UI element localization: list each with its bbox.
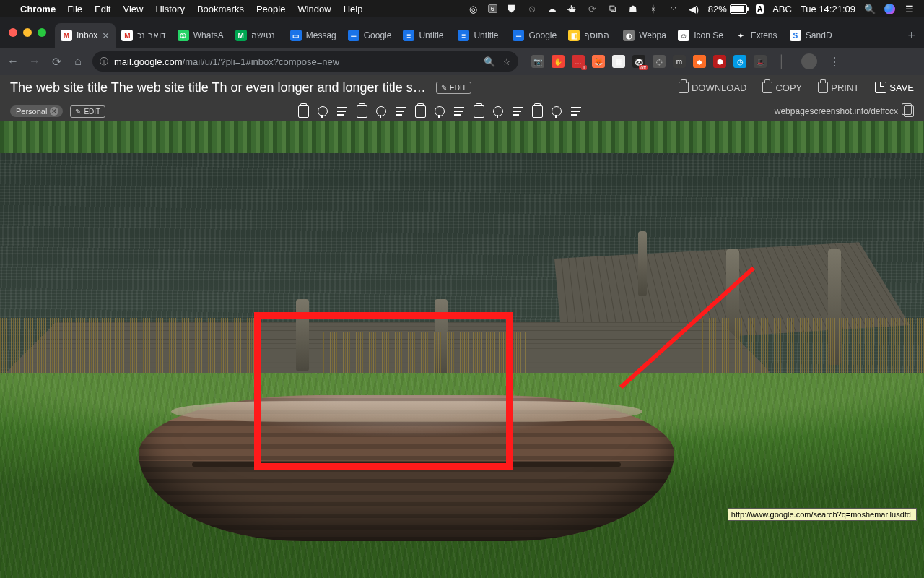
menu-window[interactable]: Window bbox=[297, 4, 331, 14]
copy-button[interactable]: COPY bbox=[762, 82, 802, 93]
annotation-rectangle[interactable] bbox=[254, 312, 513, 470]
chrome-menu-button[interactable]: ⋮ bbox=[829, 55, 840, 69]
address-bar[interactable]: ⓘ mail.google.com/mail/u/1/?pli=1#inbox?… bbox=[92, 51, 518, 72]
tool-pin-button[interactable] bbox=[375, 105, 388, 118]
browser-tab[interactable]: MInbox✕ bbox=[55, 23, 116, 48]
copy-url-button[interactable] bbox=[904, 105, 914, 117]
siri-icon[interactable] bbox=[884, 4, 895, 14]
battery-status[interactable]: 82% bbox=[708, 4, 747, 14]
remove-tag-icon[interactable]: ✕ bbox=[50, 107, 58, 116]
browser-tab[interactable]: ☺Icon Se bbox=[672, 23, 729, 48]
browser-tab[interactable]: ▭Messag bbox=[284, 23, 342, 48]
extension-camera-icon[interactable]: 📷 bbox=[531, 55, 544, 68]
browser-tab[interactable]: ✦Extens bbox=[729, 23, 784, 48]
extension-gitlab-icon[interactable]: ◆ bbox=[693, 55, 706, 68]
tag-chip[interactable]: Personal✕ bbox=[10, 105, 63, 117]
spotlight-icon[interactable]: 🔍 bbox=[864, 3, 876, 14]
browser-tab[interactable]: ═Google bbox=[507, 23, 562, 48]
dropbox-icon[interactable]: ⧉ bbox=[607, 3, 619, 14]
cloud-icon[interactable]: ☁ bbox=[546, 3, 558, 14]
window-minimize-button[interactable] bbox=[23, 28, 32, 37]
screenshot-canvas[interactable]: http://www.google.com/search?q=moshemari… bbox=[0, 121, 924, 578]
window-zoom-button[interactable] bbox=[38, 28, 46, 37]
battery-percent: 82% bbox=[708, 4, 727, 14]
save-icon bbox=[875, 82, 886, 93]
menu-view[interactable]: View bbox=[123, 4, 143, 14]
edit-tags-button[interactable]: ✎ EDIT bbox=[70, 105, 105, 118]
extension-grey2-icon[interactable]: m bbox=[673, 55, 686, 68]
extension-meta-icon[interactable]: ◷ bbox=[733, 55, 746, 68]
status-icon[interactable]: ⦸ bbox=[526, 3, 538, 14]
profile-avatar[interactable] bbox=[801, 53, 817, 69]
shield2-icon[interactable]: ☗ bbox=[627, 3, 639, 14]
download-button[interactable]: DOWNLOAD bbox=[679, 82, 747, 93]
input-source-label[interactable]: ABC bbox=[772, 4, 792, 14]
tool-pin-button[interactable] bbox=[550, 105, 563, 118]
forward-button[interactable]: → bbox=[27, 55, 42, 68]
site-info-icon[interactable]: ⓘ bbox=[100, 56, 108, 68]
browser-tab[interactable]: ≡Untitle bbox=[397, 23, 452, 48]
reload-button[interactable]: ⟳ bbox=[49, 55, 64, 69]
window-close-button[interactable] bbox=[9, 28, 17, 37]
extension-hat-icon[interactable]: 🎩 bbox=[754, 55, 767, 68]
menu-people[interactable]: People bbox=[256, 4, 285, 14]
browser-tab[interactable]: ◐Webpa bbox=[617, 23, 672, 48]
status-badge[interactable]: 6 bbox=[488, 4, 497, 13]
tool-lines-button[interactable] bbox=[394, 105, 407, 118]
extension-grey1-icon[interactable]: ◌ bbox=[653, 55, 666, 68]
tool-lines-button[interactable] bbox=[453, 105, 466, 118]
tool-lines-button[interactable] bbox=[570, 105, 583, 118]
notification-center-icon[interactable]: ☰ bbox=[904, 3, 915, 14]
extension-lastpass-icon[interactable]: …1 bbox=[572, 55, 585, 68]
tool-clip-button[interactable] bbox=[531, 105, 544, 118]
menu-help[interactable]: Help bbox=[344, 4, 363, 14]
save-button[interactable]: SAVE bbox=[875, 82, 914, 93]
docker-icon[interactable]: ⛴ bbox=[567, 3, 578, 14]
extension-ub-icon[interactable]: ⬢ bbox=[713, 55, 726, 68]
extension-fox-icon[interactable]: 🦊 bbox=[592, 55, 605, 68]
menu-history[interactable]: History bbox=[155, 4, 184, 14]
tool-pin-button[interactable] bbox=[433, 105, 446, 118]
tool-clip-button[interactable] bbox=[414, 105, 427, 118]
bluetooth-icon[interactable]: ᚼ bbox=[648, 3, 659, 14]
browser-tab[interactable]: ═Google bbox=[342, 23, 398, 48]
extension-adblock-icon[interactable]: ✋ bbox=[552, 55, 565, 68]
shield-icon[interactable]: ⛊ bbox=[506, 3, 518, 14]
browser-tab[interactable]: ◧התוסף bbox=[562, 23, 617, 48]
extension-qr-icon[interactable]: ▦ bbox=[612, 55, 625, 68]
status-icon[interactable]: ◎ bbox=[468, 3, 479, 14]
browser-tab[interactable]: Mדואר נכ bbox=[116, 23, 171, 48]
browser-tab[interactable]: Mנטישה bbox=[230, 23, 284, 48]
clock[interactable]: Tue 14:21:09 bbox=[801, 4, 855, 14]
bookmark-icon[interactable]: ☆ bbox=[502, 56, 511, 67]
extension-panda-icon[interactable]: 🐼off bbox=[632, 55, 645, 68]
tool-clip-button[interactable] bbox=[355, 105, 368, 118]
browser-tab[interactable]: ①WhatsA bbox=[172, 23, 230, 48]
menu-bookmarks[interactable]: Bookmarks bbox=[197, 4, 244, 14]
zoom-icon[interactable]: 🔍 bbox=[484, 56, 495, 67]
new-tab-button[interactable]: + bbox=[899, 28, 924, 48]
sync-icon[interactable]: ⟳ bbox=[587, 3, 598, 14]
tab-label: Messag bbox=[306, 30, 336, 40]
tool-pin-button[interactable] bbox=[316, 105, 329, 118]
menu-edit[interactable]: Edit bbox=[95, 4, 110, 14]
app-name[interactable]: Chrome bbox=[20, 4, 56, 14]
wifi-icon[interactable]: ⌔ bbox=[668, 3, 679, 14]
tool-clip-button[interactable] bbox=[297, 105, 310, 118]
tool-lines-button[interactable] bbox=[336, 105, 349, 118]
tool-clip-button[interactable] bbox=[472, 105, 485, 118]
edit-title-button[interactable]: ✎ EDIT bbox=[436, 82, 471, 94]
print-button[interactable]: PRINT bbox=[818, 82, 859, 93]
tool-pin-button[interactable] bbox=[492, 105, 505, 118]
battery-icon bbox=[730, 4, 747, 14]
menu-file[interactable]: File bbox=[67, 4, 82, 14]
tool-lines-button[interactable] bbox=[511, 105, 524, 118]
home-button[interactable]: ⌂ bbox=[71, 55, 85, 68]
browser-tab[interactable]: ≡Untitle bbox=[452, 23, 507, 48]
input-source[interactable]: A bbox=[756, 4, 764, 14]
tab-label: התוסף bbox=[584, 30, 611, 40]
browser-tab[interactable]: SSandD bbox=[784, 23, 839, 48]
back-button[interactable]: ← bbox=[6, 55, 20, 68]
volume-icon[interactable]: ◀) bbox=[688, 3, 699, 14]
tab-close-button[interactable]: ✕ bbox=[102, 30, 110, 41]
